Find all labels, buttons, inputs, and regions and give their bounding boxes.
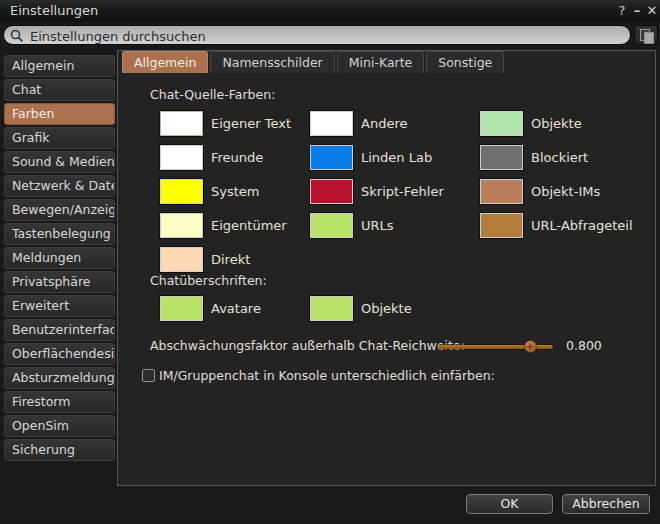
search-box[interactable] — [3, 25, 631, 45]
color-swatch-objekt-ims[interactable] — [480, 179, 523, 204]
duplicate-pages-button[interactable] — [634, 25, 658, 45]
tab-allgemein[interactable]: Allgemein — [122, 51, 208, 73]
tab-mini-karte[interactable]: Mini-Karte — [337, 51, 425, 73]
help-button[interactable]: ? — [615, 0, 629, 21]
chat-source-colors-label: Chat-Quelle-Farben: — [150, 88, 275, 101]
color-swatch-url-abfrageteil[interactable] — [480, 213, 523, 238]
minimize-button[interactable]: – — [630, 0, 644, 21]
color-swatch-objekte[interactable] — [480, 111, 523, 136]
color-swatch-label: Direkt — [211, 247, 250, 272]
color-swatch-label: Blockiert — [531, 145, 588, 170]
falloff-slider-label: Abschwächungsfaktor außerhalb Chat-Reich… — [150, 339, 465, 352]
color-swatch-system[interactable] — [160, 179, 203, 204]
color-swatch-direkt[interactable] — [160, 247, 203, 272]
color-swatch-skript-fehler[interactable] — [310, 179, 353, 204]
search-icon — [10, 29, 24, 43]
sidebar-item-oberflächendesign[interactable]: Oberflächendesign — [4, 343, 115, 365]
color-swatch-label: Objekt-IMs — [531, 179, 600, 204]
color-swatch-eigener-text[interactable] — [160, 111, 203, 136]
preferences-window: Einstellungen ? – ✕ AllgemeinChatFarbenG… — [0, 0, 660, 524]
tab-namensschilder[interactable]: Namensschilder — [210, 51, 334, 73]
color-swatch-label: Freunde — [211, 145, 263, 170]
sidebar-item-bewegen-anzeigen[interactable]: Bewegen/Anzeigen — [4, 199, 115, 221]
color-swatch-label: Objekte — [361, 296, 412, 321]
sidebar-item-grafik[interactable]: Grafik — [4, 127, 115, 149]
color-swatch-blockiert[interactable] — [480, 145, 523, 170]
cancel-button[interactable]: Abbrechen — [562, 494, 650, 514]
color-swatch-freunde[interactable] — [160, 145, 203, 170]
color-swatch-urls[interactable] — [310, 213, 353, 238]
falloff-slider[interactable]: + — [438, 345, 553, 349]
sidebar-item-opensim[interactable]: OpenSim — [4, 415, 115, 437]
tab-bar: AllgemeinNamensschilderMini-KarteSonstig… — [122, 51, 506, 74]
color-swatch-label: URL-Abfrageteil — [531, 213, 633, 238]
color-swatch-andere[interactable] — [310, 111, 353, 136]
sidebar-item-allgemein[interactable]: Allgemein — [4, 55, 115, 77]
sidebar-item-privatsphäre[interactable]: Privatsphäre — [4, 271, 115, 293]
color-swatch-objekte[interactable] — [310, 296, 353, 321]
chat-headers-label: Chatüberschriften: — [150, 274, 267, 287]
sidebar-item-tastenbelegung[interactable]: Tastenbelegung — [4, 223, 115, 245]
tab-sonstige[interactable]: Sonstige — [426, 51, 504, 73]
color-swatch-label: Andere — [361, 111, 407, 136]
color-swatch-label: Avatare — [211, 296, 261, 321]
sidebar-item-sound-medien[interactable]: Sound & Medien — [4, 151, 115, 173]
color-swatch-label: URLs — [361, 213, 394, 238]
sidebar-item-sicherung[interactable]: Sicherung — [4, 439, 115, 461]
category-sidebar: AllgemeinChatFarbenGrafikSound & MedienN… — [4, 55, 115, 463]
falloff-slider-value: 0.800 — [566, 339, 602, 352]
color-swatch-linden-lab[interactable] — [310, 145, 353, 170]
im-groupchat-color-label: IM/Gruppenchat in Konsole unterschiedlic… — [159, 369, 495, 382]
sidebar-item-meldungen[interactable]: Meldungen — [4, 247, 115, 269]
sidebar-item-netzwerk-dateien[interactable]: Netzwerk & Dateien — [4, 175, 115, 197]
color-swatch-avatare[interactable] — [160, 296, 203, 321]
sidebar-item-erweitert[interactable]: Erweitert — [4, 295, 115, 317]
color-swatch-label: Eigener Text — [211, 111, 291, 136]
search-input[interactable] — [28, 27, 612, 45]
color-swatch-label: Eigentümer — [211, 213, 287, 238]
sidebar-item-farben[interactable]: Farben — [4, 103, 115, 125]
color-swatch-label: System — [211, 179, 259, 204]
ok-button[interactable]: OK — [466, 494, 553, 514]
sidebar-item-benutzerinterface[interactable]: Benutzerinterface — [4, 319, 115, 341]
sidebar-item-absturzmeldungen[interactable]: Absturzmeldungen — [4, 367, 115, 389]
color-swatch-label: Linden Lab — [361, 145, 432, 170]
falloff-slider-thumb[interactable]: + — [524, 340, 537, 353]
title-bar[interactable]: Einstellungen ? – ✕ — [0, 0, 660, 22]
window-title: Einstellungen — [10, 0, 98, 22]
close-button[interactable]: ✕ — [645, 0, 659, 21]
colors-panel: AllgemeinNamensschilderMini-KarteSonstig… — [117, 50, 656, 486]
color-swatch-label: Skript-Fehler — [361, 179, 444, 204]
sidebar-item-firestorm[interactable]: Firestorm — [4, 391, 115, 413]
im-groupchat-color-checkbox[interactable] — [142, 369, 155, 382]
color-swatch-label: Objekte — [531, 111, 582, 136]
sidebar-item-chat[interactable]: Chat — [4, 79, 115, 101]
color-swatch-eigentümer[interactable] — [160, 213, 203, 238]
